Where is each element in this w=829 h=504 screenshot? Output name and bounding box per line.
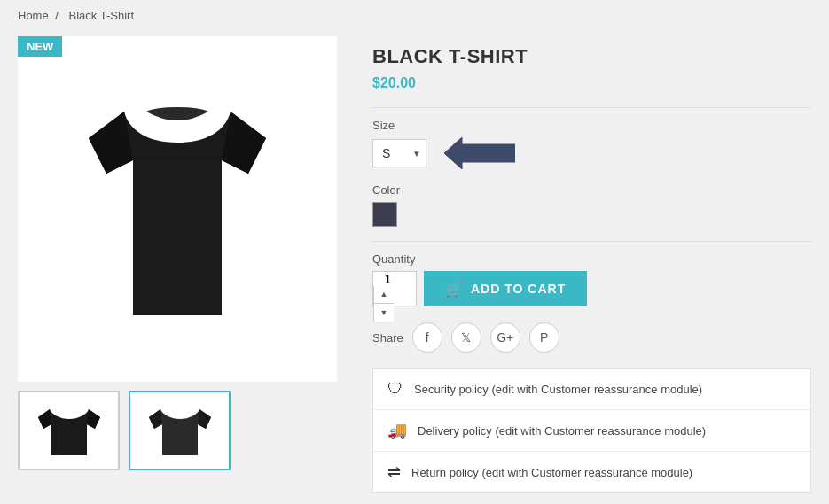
product-images: NEW [18,36,337,493]
main-image-wrapper: NEW [18,36,337,382]
size-label: Size [372,119,811,132]
policy-delivery-text: Delivery policy (edit with Customer reas… [418,424,706,438]
quantity-input[interactable] [373,272,416,286]
size-select-wrapper: S M L XL XXL ▼ [372,137,515,169]
add-to-cart-label: ADD TO CART [471,282,566,296]
size-select[interactable]: S M L XL XXL [372,139,426,167]
share-section: Share f 𝕏 G+ P [372,322,811,353]
thumbnail-1[interactable] [18,391,120,470]
breadcrumb-current: Black T-Shirt [69,9,134,22]
policy-list: 🛡 Security policy (edit with Customer re… [372,368,811,493]
quantity-label: Quantity [372,252,811,266]
policy-item-return: ⇌ Return policy (edit with Customer reas… [373,452,810,492]
product-title: BLACK T-SHIRT [372,45,811,68]
share-googleplus-button[interactable]: G+ [490,322,520,353]
qty-up-button[interactable]: ▲ [374,286,394,304]
product-price: $20.00 [372,75,811,91]
new-badge: NEW [18,36,62,57]
divider-2 [372,241,811,242]
color-swatch[interactable] [372,202,397,227]
return-icon: ⇌ [387,462,401,482]
page-wrapper: Home / Black T-Shirt NEW [0,0,829,504]
policy-return-text: Return policy (edit with Customer reassu… [411,466,692,479]
qty-spinners: ▲ ▼ [373,286,416,322]
quantity-input-wrapper: ▲ ▼ [372,271,417,306]
product-main-image [71,58,284,360]
breadcrumb: Home / Black T-Shirt [18,9,811,22]
size-select-container: S M L XL XXL ▼ [372,139,426,167]
share-pinterest-button[interactable]: P [529,322,559,353]
thumbnails [18,391,337,470]
add-to-cart-button[interactable]: 🛒 ADD TO CART [424,271,587,306]
shield-icon: 🛡 [387,380,403,399]
divider-1 [372,107,811,108]
svg-marker-0 [444,137,515,169]
quantity-cart-row: ▲ ▼ 🛒 ADD TO CART [372,271,811,306]
product-layout: NEW [18,36,811,493]
thumbnail-2[interactable] [129,391,231,470]
cart-icon: 🛒 [445,281,464,298]
policy-security-text: Security policy (edit with Customer reas… [414,383,702,396]
qty-down-button[interactable]: ▼ [374,304,394,322]
share-label: Share [372,331,403,345]
breadcrumb-home[interactable]: Home [18,9,49,22]
breadcrumb-separator: / [55,9,59,22]
product-details: BLACK T-SHIRT $20.00 Size S M L XL XXL [372,36,811,493]
policy-item-delivery: 🚚 Delivery policy (edit with Customer re… [373,410,810,452]
share-twitter-button[interactable]: 𝕏 [451,322,481,353]
color-section: Color [372,183,811,227]
share-facebook-button[interactable]: f [412,322,442,353]
quantity-section: Quantity ▲ ▼ 🛒 ADD TO CART [372,252,811,306]
size-section: Size S M L XL XXL ▼ [372,119,811,183]
policy-item-security: 🛡 Security policy (edit with Customer re… [373,369,810,410]
color-label: Color [372,183,811,197]
truck-icon: 🚚 [387,421,407,440]
arrow-annotation [444,137,515,169]
